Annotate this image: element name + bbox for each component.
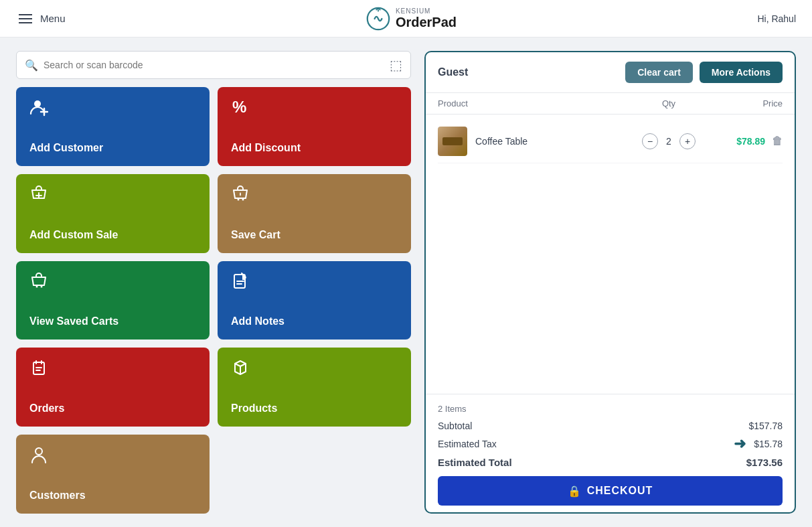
- tax-value: $15.78: [754, 439, 783, 449]
- total-value: $173.56: [746, 457, 783, 468]
- product-name: Coffee Table: [475, 136, 635, 147]
- subtotal-value: $157.78: [748, 421, 783, 431]
- header-left: Menu: [16, 11, 66, 26]
- view-saved-carts-icon: [29, 272, 196, 295]
- tile-add-notes[interactable]: Add Notes: [218, 261, 411, 340]
- add-customer-icon: [29, 98, 196, 121]
- tile-products[interactable]: Products: [218, 348, 411, 427]
- tile-add-customer[interactable]: Add Customer: [16, 87, 210, 166]
- menu-button[interactable]: [16, 11, 35, 26]
- tile-customers[interactable]: Customers: [16, 435, 210, 514]
- col-header-qty: Qty: [635, 98, 702, 108]
- col-header-product: Product: [438, 98, 635, 108]
- qty-decrease-button[interactable]: −: [642, 133, 658, 149]
- tax-label: Estimated Tax: [438, 439, 497, 449]
- tile-add-discount[interactable]: % Add Discount: [218, 87, 411, 166]
- add-discount-label: Add Discount: [231, 142, 398, 154]
- orders-icon: [29, 358, 196, 382]
- product-image: [438, 127, 467, 156]
- subtotal-label: Subtotal: [438, 421, 472, 431]
- add-notes-icon: [231, 272, 398, 295]
- cart-header-actions: Clear cart More Actions: [625, 62, 783, 83]
- customers-icon: [29, 445, 196, 469]
- table-row: Coffee Table − 2 + $78.89 🗑: [438, 120, 783, 163]
- coffee-table-thumbnail: [438, 127, 467, 156]
- main-content: 🔍 ⬚ Add Customer: [0, 37, 812, 527]
- cart-guest-label: Guest: [438, 66, 468, 78]
- action-grid: Add Customer % Add Discount: [16, 87, 411, 514]
- logo-text: KENSIUM OrderPad: [396, 7, 457, 29]
- checkout-lock-icon: 🔒: [568, 485, 582, 498]
- delete-item-button[interactable]: 🗑: [772, 135, 783, 147]
- item-price: $78.89 🗑: [702, 135, 783, 147]
- svg-rect-15: [33, 362, 44, 374]
- add-custom-sale-label: Add Custom Sale: [29, 229, 196, 241]
- logo-icon: [366, 7, 390, 31]
- col-header-price: Price: [702, 98, 783, 108]
- view-saved-carts-label: View Saved Carts: [29, 315, 196, 327]
- more-actions-button[interactable]: More Actions: [700, 62, 783, 83]
- checkout-button[interactable]: 🔒 CHECKOUT: [438, 476, 783, 506]
- cart-footer: 2 Items Subtotal $157.78 Estimated Tax ➜…: [426, 394, 795, 512]
- tile-add-custom-sale[interactable]: Add Custom Sale: [16, 174, 210, 253]
- total-label: Estimated Total: [438, 457, 512, 468]
- arrow-indicator: ➜: [734, 435, 746, 453]
- app-header: Menu KENSIUM OrderPad Hi, Rahul: [0, 0, 812, 37]
- save-cart-icon: [231, 185, 398, 208]
- checkout-label: CHECKOUT: [587, 485, 653, 497]
- tax-row: Estimated Tax ➜ $15.78: [438, 435, 783, 453]
- svg-point-9: [242, 198, 244, 200]
- qty-control: − 2 +: [635, 133, 702, 149]
- svg-point-8: [238, 198, 240, 200]
- cart-header: Guest Clear cart More Actions: [426, 52, 795, 93]
- qty-value: 2: [662, 136, 675, 147]
- add-notes-label: Add Notes: [231, 315, 398, 327]
- qty-increase-button[interactable]: +: [679, 133, 696, 149]
- cart-panel: Guest Clear cart More Actions Product Qt…: [424, 51, 796, 514]
- price-value: $78.89: [736, 136, 765, 147]
- svg-point-19: [35, 448, 42, 455]
- clear-cart-button[interactable]: Clear cart: [625, 62, 693, 83]
- logo-kensium: KENSIUM: [396, 7, 457, 15]
- add-customer-label: Add Customer: [29, 142, 196, 154]
- search-bar: 🔍 ⬚: [16, 51, 411, 79]
- svg-text:%: %: [232, 98, 246, 116]
- add-custom-sale-icon: [29, 185, 196, 208]
- search-icon: 🔍: [25, 59, 38, 72]
- items-count: 2 Items: [438, 404, 783, 414]
- app-logo: KENSIUM OrderPad: [366, 7, 457, 31]
- cart-items-list: Coffee Table − 2 + $78.89 🗑: [426, 115, 795, 394]
- tile-orders[interactable]: Orders: [16, 348, 210, 427]
- add-discount-icon: %: [231, 98, 398, 121]
- svg-point-10: [36, 285, 38, 287]
- search-input[interactable]: [44, 60, 384, 70]
- svg-point-11: [41, 285, 43, 287]
- tile-save-cart[interactable]: Save Cart: [218, 174, 411, 253]
- logo-orderpad: OrderPad: [396, 15, 457, 29]
- cart-table-header: Product Qty Price: [426, 93, 795, 115]
- user-greeting: Hi, Rahul: [757, 13, 796, 24]
- barcode-icon: ⬚: [390, 57, 402, 73]
- menu-label: Menu: [40, 13, 66, 24]
- orders-label: Orders: [29, 402, 196, 415]
- subtotal-row: Subtotal $157.78: [438, 421, 783, 431]
- left-panel: 🔍 ⬚ Add Customer: [16, 51, 411, 514]
- customers-label: Customers: [29, 490, 196, 502]
- tile-view-saved-carts[interactable]: View Saved Carts: [16, 261, 210, 340]
- products-label: Products: [231, 402, 398, 415]
- save-cart-label: Save Cart: [231, 229, 398, 241]
- svg-point-2: [34, 100, 41, 107]
- total-row: Estimated Total $173.56: [438, 457, 783, 468]
- products-icon: [231, 358, 398, 382]
